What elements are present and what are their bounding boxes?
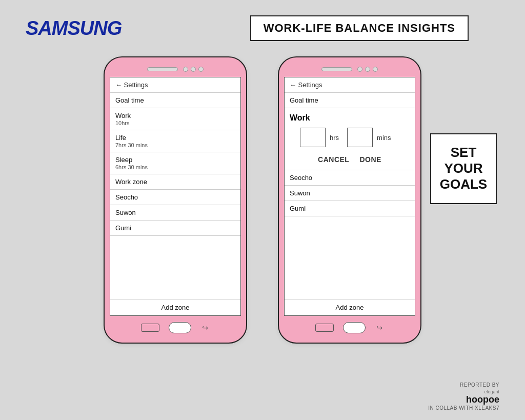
phones-area: ← Settings Goal time Work 10hrs Life 7hr… (0, 51, 525, 349)
phone-1-work-value: 10hrs (115, 120, 235, 126)
phone-1-add-zone[interactable]: Add zone (110, 299, 240, 315)
phone-2-mins-label: mins (377, 134, 391, 142)
phone-2-dot-2 (365, 67, 370, 72)
set-goals-text: SET YOUR GOALS (439, 145, 488, 193)
phone-1-work-title: Work (115, 112, 235, 119)
phone-1-life-title: Life (115, 134, 235, 142)
phone-1-sleep-title: Sleep (115, 156, 235, 164)
phone-1-top-bar (110, 67, 241, 72)
phone-2-cancel-done-row: CANCEL DONE (290, 152, 410, 167)
page-title: WORK-LIFE BALANCE INSIGHTS (264, 22, 455, 34)
phone-2-screen: ← Settings Goal time Work hrs mins CANCE… (284, 77, 415, 316)
phone-2-dot-1 (357, 67, 362, 72)
phone-2-add-zone[interactable]: Add zone (285, 299, 415, 315)
phone-2-work-edit: Work hrs mins CANCEL DONE (285, 108, 415, 170)
set-goals-line3: GOALS (440, 176, 487, 192)
phone-1-nav[interactable]: ← Settings (110, 77, 240, 93)
footer-reported-row: REPORTED BY elegant hoopoe (428, 378, 499, 405)
phone-1-loc-suwon[interactable]: Suwon (110, 205, 240, 221)
phone-2-home-button[interactable] (343, 322, 366, 333)
page-header: SAMSUNG WORK-LIFE BALANCE INSIGHTS (0, 0, 525, 51)
phone-1-sleep-row[interactable]: Sleep 6hrs 30 mins (110, 152, 240, 174)
phone-2-hrs-input[interactable] (300, 128, 326, 147)
phone-2-done-button[interactable]: DONE (359, 155, 381, 164)
set-goals-line1: SET (451, 145, 477, 160)
phone-2-loc-seocho[interactable]: Seocho (285, 170, 415, 186)
phone-2-spacer (285, 216, 415, 299)
phone-2-bottom-bar: ↩ (284, 322, 415, 333)
phone-1-menu-button[interactable] (141, 324, 159, 332)
phone-2-work-title: Work (290, 113, 410, 123)
phone-1-goal-label: Goal time (110, 93, 240, 108)
phone-1-sleep-value: 6hrs 30 mins (115, 164, 235, 170)
phone-1-loc-gumi[interactable]: Gumi (110, 221, 240, 236)
phone-2-dots (357, 67, 378, 72)
phone-2-mins-input[interactable] (347, 128, 373, 147)
phone-1-screen: ← Settings Goal time Work 10hrs Life 7hr… (110, 77, 241, 316)
phone-2: ← Settings Goal time Work hrs mins CANCE… (278, 56, 421, 344)
phone-2-speaker (321, 67, 352, 71)
phone-2-loc-suwon[interactable]: Suwon (285, 186, 415, 201)
phone-2-hrs-label: hrs (330, 134, 339, 142)
footer-reported-label: REPORTED BY (460, 382, 499, 388)
phone-1-speaker (147, 67, 178, 71)
title-box: WORK-LIFE BALANCE INSIGHTS (250, 15, 469, 41)
phone-1-dots (183, 67, 204, 72)
phone-1-loc-seocho[interactable]: Seocho (110, 190, 240, 205)
phone-2-back-button[interactable]: ↩ (375, 323, 384, 332)
phone-2-nav[interactable]: ← Settings (285, 77, 415, 93)
phone-1-life-value: 7hrs 30 mins (115, 142, 235, 148)
phone-1-back-button[interactable]: ↩ (200, 323, 210, 332)
footer: REPORTED BY elegant hoopoe IN COLLAB WIT… (428, 378, 499, 411)
phone-1: ← Settings Goal time Work 10hrs Life 7hr… (104, 56, 247, 344)
phone-2-time-inputs: hrs mins (290, 128, 410, 147)
phone-1-dot-2 (191, 67, 196, 72)
phone-1-work-row[interactable]: Work 10hrs (110, 108, 240, 130)
set-goals-line2: YOUR (444, 161, 482, 176)
phone-2-top-bar (284, 67, 415, 72)
phone-1-dot-3 (198, 67, 204, 72)
phone-2-dot-3 (373, 67, 378, 72)
footer-elegant: elegant (428, 389, 499, 394)
phone-2-cancel-button[interactable]: CANCEL (318, 155, 349, 164)
footer-collab: IN COLLAB WITH XLEAKS7 (428, 405, 499, 411)
phone-1-life-row[interactable]: Life 7hrs 30 mins (110, 130, 240, 152)
phone-1-home-button[interactable] (169, 322, 191, 333)
phone-2-goal-label: Goal time (285, 93, 415, 108)
phone-2-loc-gumi[interactable]: Gumi (285, 201, 415, 216)
phone-1-workzone-row: Work zone (110, 174, 240, 190)
phone-1-dot-1 (183, 67, 188, 72)
samsung-logo: SAMSUNG (26, 17, 122, 39)
phone-1-spacer (110, 236, 240, 299)
footer-hoopoe: elegant hoopoe (428, 389, 499, 405)
set-goals-box: SET YOUR GOALS (430, 133, 497, 204)
phone-2-menu-button[interactable] (315, 324, 334, 332)
footer-brand: hoopoe (466, 394, 499, 405)
phone-1-bottom-bar: ↩ (110, 322, 241, 333)
